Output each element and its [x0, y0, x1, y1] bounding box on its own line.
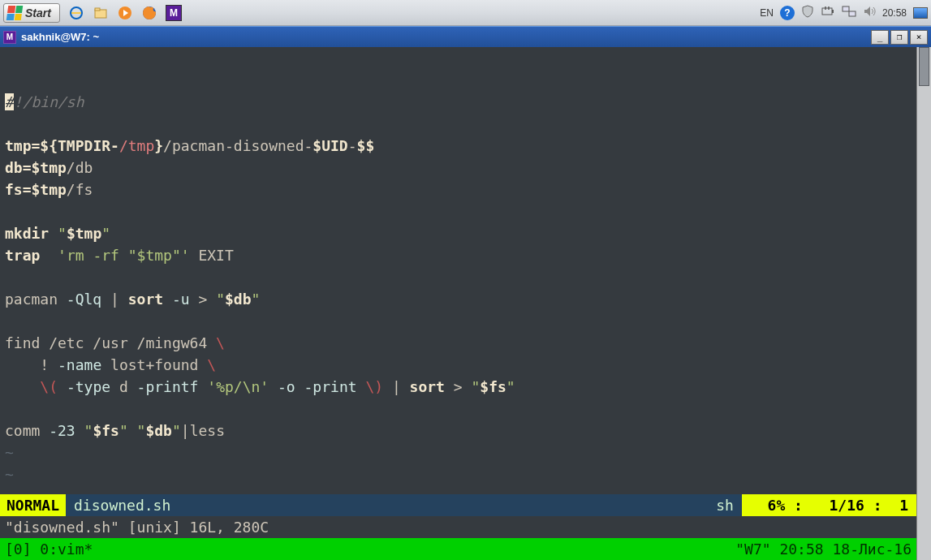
firefox-icon[interactable] [141, 5, 157, 21]
window-icon [3, 31, 16, 44]
svg-marker-10 [864, 6, 870, 16]
svg-rect-2 [95, 8, 100, 11]
windows-logo-icon [6, 6, 24, 20]
quick-launch [68, 5, 182, 21]
vertical-scrollbar[interactable] [916, 47, 931, 560]
vim-filetype: sh [179, 494, 742, 516]
svg-rect-8 [843, 6, 849, 11]
svg-rect-9 [849, 11, 856, 16]
window-titlebar[interactable]: sakhnik@W7: ~ _ ❐ × [0, 26, 931, 47]
show-desktop-icon[interactable] [913, 7, 928, 19]
vim-statusline: NORMAL disowned.sh sh 6% : 1/16 : 1 [0, 494, 916, 516]
code-editor[interactable]: #!/bin/sh tmp=${TMPDIR-/tmp}/pacman-diso… [0, 47, 916, 560]
power-icon[interactable] [821, 5, 835, 20]
media-player-icon[interactable] [117, 5, 133, 21]
ie-icon[interactable] [68, 5, 84, 21]
windows-taskbar: Start EN ? 20:58 [0, 0, 931, 26]
start-button[interactable]: Start [3, 3, 60, 23]
shield-icon[interactable] [801, 5, 814, 20]
tmux-right: "W7" 20:58 18-Лис-16 [735, 538, 912, 560]
msys-icon[interactable] [166, 5, 182, 21]
code-content: #!/bin/sh tmp=${TMPDIR-/tmp}/pacman-diso… [0, 91, 916, 507]
system-tray: EN ? 20:58 [760, 5, 928, 20]
start-label: Start [25, 6, 51, 19]
network-icon[interactable] [842, 5, 856, 20]
svg-rect-7 [832, 10, 834, 13]
help-icon[interactable]: ? [780, 6, 795, 20]
editor-area: #!/bin/sh tmp=${TMPDIR-/tmp}/pacman-diso… [0, 47, 931, 560]
scrollbar-thumb[interactable] [919, 47, 929, 86]
minimize-button[interactable]: _ [871, 30, 889, 45]
tmux-statusline: [0] 0:vim* "W7" 20:58 18-Лис-16 [0, 538, 916, 560]
explorer-icon[interactable] [93, 5, 109, 21]
volume-icon[interactable] [863, 5, 876, 20]
taskbar-clock[interactable]: 20:58 [882, 7, 907, 19]
window-title: sakhnik@W7: ~ [21, 31, 99, 43]
vim-mode: NORMAL [0, 494, 66, 516]
vim-position: 6% : 1/16 : 1 [742, 494, 916, 516]
window-controls: _ ❐ × [871, 30, 928, 45]
close-button[interactable]: × [910, 30, 928, 45]
tmux-session: [0] 0:vim* [5, 538, 93, 560]
maximize-button[interactable]: ❐ [890, 30, 908, 45]
vim-filename: disowned.sh [66, 494, 179, 516]
language-indicator[interactable]: EN [760, 7, 774, 19]
vim-message-line: "disowned.sh" [unix] 16L, 280C [0, 516, 916, 538]
svg-rect-6 [822, 8, 832, 15]
